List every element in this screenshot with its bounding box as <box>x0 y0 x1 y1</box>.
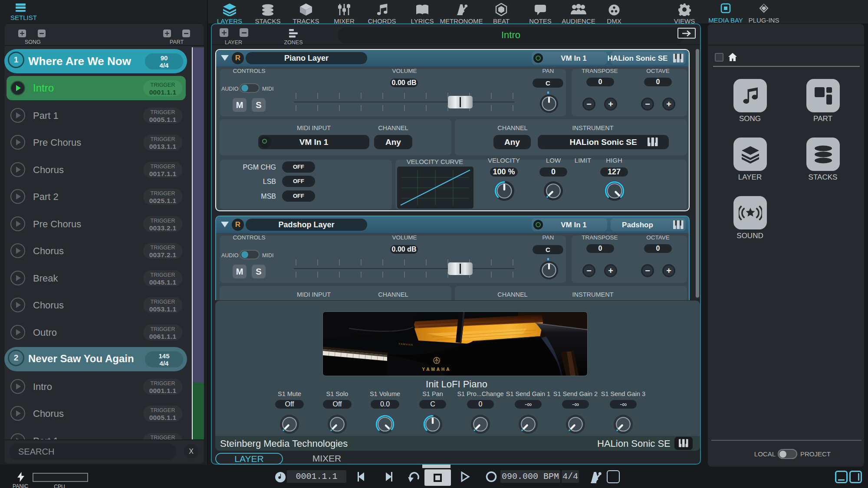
svg-text:YAMAHA: YAMAHA <box>422 367 451 372</box>
